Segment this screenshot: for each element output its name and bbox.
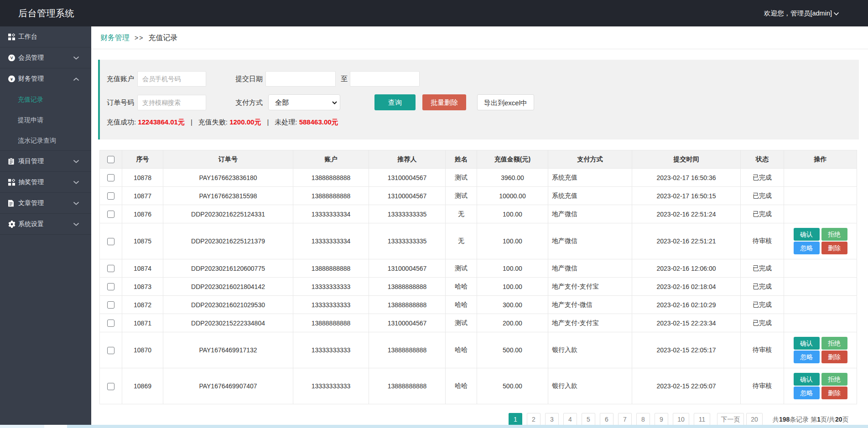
svg-text:¥: ¥ <box>10 77 13 82</box>
svg-text:V: V <box>10 56 13 60</box>
